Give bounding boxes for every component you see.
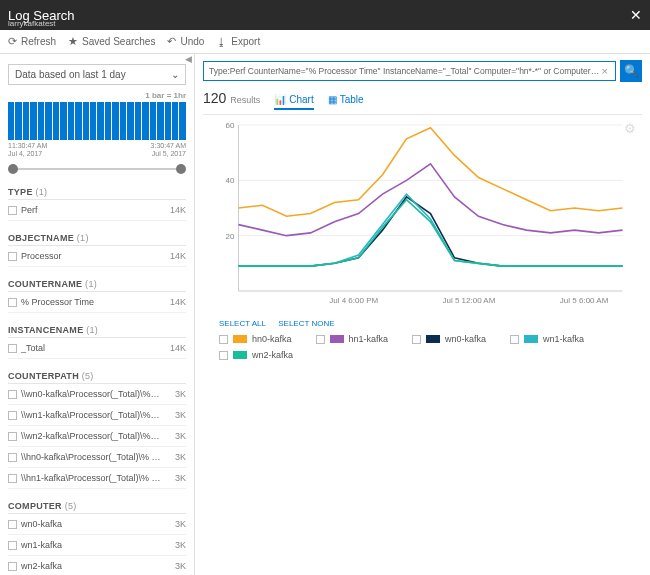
select-all-link[interactable]: SELECT ALL — [219, 319, 266, 328]
facet-title: COMPUTER (5) — [8, 501, 186, 514]
facet-title: TYPE (1) — [8, 187, 186, 200]
slider-handle-start[interactable] — [8, 164, 18, 174]
slider-handle-end[interactable] — [176, 164, 186, 174]
refresh-button[interactable]: ⟳Refresh — [8, 35, 56, 48]
svg-text:Jul 4 6:00 PM: Jul 4 6:00 PM — [329, 296, 378, 305]
facet-instancename: INSTANCENAME (1)_Total14K — [8, 325, 186, 359]
legend-item[interactable]: wn0-kafka — [412, 334, 486, 344]
time-histogram[interactable] — [8, 102, 186, 140]
legend-item[interactable]: wn2-kafka — [219, 350, 293, 360]
time-slider[interactable] — [8, 163, 186, 175]
clear-query-icon[interactable]: × — [600, 65, 610, 77]
svg-text:40: 40 — [226, 176, 235, 185]
time-range-labels: 11:30:47 AMJul 4, 2017 3:30:47 AMJul 5, … — [8, 142, 186, 157]
facet-computer: COMPUTER (5)wn0-kafka3Kwn1-kafka3Kwn2-ka… — [8, 501, 186, 575]
checkbox[interactable] — [8, 453, 17, 462]
sidebar: ◀ Data based on last 1 day ⌄ 1 bar = 1hr… — [0, 54, 195, 575]
facet-item[interactable]: wn2-kafka3K — [8, 556, 186, 575]
facet-item[interactable]: \\wn0-kafka\Processor(_Total)\% Processo… — [8, 384, 186, 405]
facet-item[interactable]: Perf14K — [8, 200, 186, 221]
bar-scale-label: 1 bar = 1hr — [8, 91, 186, 100]
close-icon[interactable]: ✕ — [630, 7, 642, 23]
undo-icon: ↶ — [167, 35, 176, 48]
facet-title: COUNTERPATH (5) — [8, 371, 186, 384]
checkbox[interactable] — [8, 206, 17, 215]
workspace-name: larrykafkatest — [8, 19, 56, 28]
facet-item[interactable]: _Total14K — [8, 338, 186, 359]
legend-item[interactable]: wn1-kafka — [510, 334, 584, 344]
facet-item[interactable]: \\wn2-kafka\Processor(_Total)\% Processo… — [8, 426, 186, 447]
main-panel: Type:Perf CounterName="% Processor Time"… — [195, 54, 650, 575]
facet-title: OBJECTNAME (1) — [8, 233, 186, 246]
checkbox[interactable] — [219, 351, 228, 360]
checkbox[interactable] — [8, 541, 17, 550]
facet-item[interactable]: wn1-kafka3K — [8, 535, 186, 556]
tab-chart[interactable]: 📊Chart — [274, 94, 313, 110]
checkbox[interactable] — [412, 335, 421, 344]
legend: hn0-kafkahn1-kafkawn0-kafkawn1-kafkawn2-… — [203, 334, 642, 360]
facet-type: TYPE (1)Perf14K — [8, 187, 186, 221]
facet-title: COUNTERNAME (1) — [8, 279, 186, 292]
checkbox[interactable] — [316, 335, 325, 344]
select-none-link[interactable]: SELECT NONE — [278, 319, 334, 328]
facet-item[interactable]: % Processor Time14K — [8, 292, 186, 313]
svg-text:Jul 5 12:00 AM: Jul 5 12:00 AM — [442, 296, 495, 305]
facet-item[interactable]: Processor14K — [8, 246, 186, 267]
facet-countername: COUNTERNAME (1)% Processor Time14K — [8, 279, 186, 313]
search-icon: 🔍 — [624, 64, 639, 78]
result-count: 120 Results — [203, 90, 260, 106]
checkbox[interactable] — [8, 474, 17, 483]
checkbox[interactable] — [8, 252, 17, 261]
facet-title: INSTANCENAME (1) — [8, 325, 186, 338]
search-button[interactable]: 🔍 — [620, 60, 642, 82]
checkbox[interactable] — [8, 411, 17, 420]
svg-text:60: 60 — [226, 121, 235, 130]
checkbox[interactable] — [8, 432, 17, 441]
facet-counterpath: COUNTERPATH (5)\\wn0-kafka\Processor(_To… — [8, 371, 186, 489]
toolbar: ⟳Refresh ★Saved Searches ↶Undo ⭳Export — [0, 30, 650, 54]
checkbox[interactable] — [8, 562, 17, 571]
chevron-down-icon: ⌄ — [171, 69, 179, 80]
chart-area: ⚙ 204060Jul 4 6:00 PMJul 5 12:00 AMJul 5… — [203, 114, 642, 567]
undo-button[interactable]: ↶Undo — [167, 35, 204, 48]
checkbox[interactable] — [8, 390, 17, 399]
window-header: Log Search larrykafkatest ✕ — [0, 0, 650, 30]
legend-item[interactable]: hn0-kafka — [219, 334, 292, 344]
refresh-icon: ⟳ — [8, 35, 17, 48]
facet-item[interactable]: \\wn1-kafka\Processor(_Total)\% Processo… — [8, 405, 186, 426]
download-icon: ⭳ — [216, 36, 227, 48]
collapse-sidebar-icon[interactable]: ◀ — [182, 54, 194, 68]
facet-item[interactable]: \\hn0-kafka\Processor(_Total)\% Processo… — [8, 447, 186, 468]
checkbox[interactable] — [8, 298, 17, 307]
legend-item[interactable]: hn1-kafka — [316, 334, 389, 344]
checkbox[interactable] — [8, 344, 17, 353]
facet-item[interactable]: \\hn1-kafka\Processor(_Total)\% Processo… — [8, 468, 186, 489]
table-icon: ▦ — [328, 94, 337, 105]
gear-icon[interactable]: ⚙ — [624, 121, 636, 136]
chart-icon: 📊 — [274, 94, 286, 105]
line-chart[interactable]: 204060Jul 4 6:00 PMJul 5 12:00 AMJul 5 6… — [203, 115, 642, 315]
tab-table[interactable]: ▦Table — [328, 94, 364, 108]
export-button[interactable]: ⭳Export — [216, 36, 260, 48]
facet-item[interactable]: wn0-kafka3K — [8, 514, 186, 535]
svg-text:Jul 5 6:00 AM: Jul 5 6:00 AM — [560, 296, 609, 305]
time-range-dropdown[interactable]: Data based on last 1 day ⌄ — [8, 64, 186, 85]
legend-actions: SELECT ALL SELECT NONE — [203, 319, 642, 328]
svg-text:20: 20 — [226, 232, 235, 241]
checkbox[interactable] — [219, 335, 228, 344]
facet-objectname: OBJECTNAME (1)Processor14K — [8, 233, 186, 267]
star-icon: ★ — [68, 35, 78, 48]
query-input[interactable]: Type:Perf CounterName="% Processor Time"… — [203, 61, 616, 81]
checkbox[interactable] — [510, 335, 519, 344]
checkbox[interactable] — [8, 520, 17, 529]
saved-searches-button[interactable]: ★Saved Searches — [68, 35, 155, 48]
